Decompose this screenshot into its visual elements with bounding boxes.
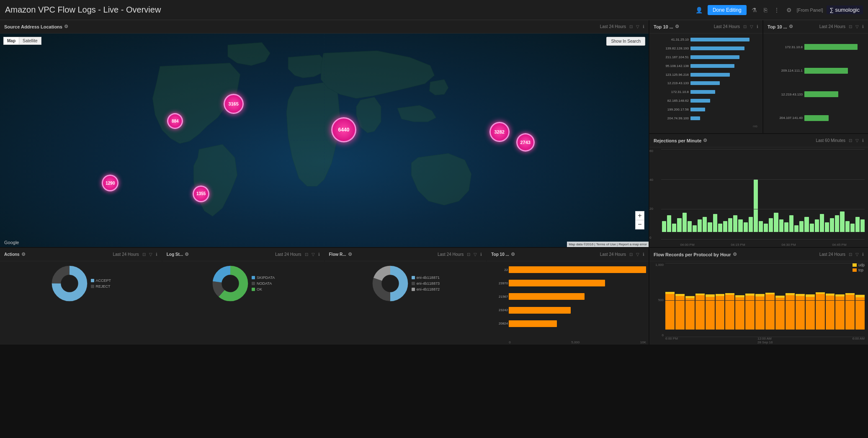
t2-gear[interactable]: ⚙: [789, 24, 793, 29]
actions-sub-gear[interactable]: ⚙: [21, 252, 26, 257]
t2-filter[interactable]: ▽: [855, 24, 859, 29]
rej-info[interactable]: ℹ: [862, 138, 864, 143]
map-tab-group: Map Satellite: [3, 37, 41, 45]
user-icon[interactable]: 👤: [694, 6, 704, 14]
map-panel-main: Source Address Locations ⚙ Last 24 Hours…: [0, 20, 649, 247]
cluster-1290[interactable]: 1290: [102, 175, 118, 191]
actions-donut-wrap: ACCEPT REJECT: [0, 261, 162, 306]
cluster-3282[interactable]: 3282: [489, 122, 510, 142]
flowhour-info[interactable]: ℹ: [862, 252, 864, 257]
t1-bar-row: 139.82.128.193: [651, 46, 759, 51]
rej-gear[interactable]: ⚙: [703, 138, 707, 143]
actions-sub-export[interactable]: ⊡: [142, 252, 146, 257]
actions-legend-sub: ACCEPT REJECT: [91, 278, 111, 289]
t2-bar-row: 12.219.43.133: [765, 90, 865, 98]
rej-bar: [850, 224, 855, 232]
rej-filter[interactable]: ▽: [855, 138, 859, 143]
rej-y-labels: 60 40 20 0: [649, 149, 653, 240]
cluster-1355[interactable]: 1355: [193, 186, 209, 202]
log-donut-wrap: SKIPDATA NODATA OK: [162, 261, 324, 306]
svg-point-15: [61, 275, 78, 292]
zoom-in[interactable]: +: [635, 211, 644, 220]
flowdonut-wrap: eni-4b118871 eni-4b118873 eni-4b118872: [325, 261, 487, 306]
t2-bar-row: 209.114.111.1: [765, 67, 865, 75]
t1-export[interactable]: ⊡: [743, 24, 747, 29]
t2-export[interactable]: ⊡: [849, 24, 852, 29]
top10-1-panel: Top 10 ... ⚙ Last 24 Hours ⊡ ▽ ℹ 41.31.2…: [649, 20, 762, 133]
flowhour-x-labels: 6:00 PM 12:00 AM 28 Sep 16 6:00 AM: [665, 337, 865, 344]
svg-point-23: [382, 275, 399, 292]
flowdonut-sub-gear[interactable]: ⚙: [348, 252, 352, 257]
t1-info[interactable]: ℹ: [757, 24, 758, 29]
t1-bar-row: 199.200.17.56: [651, 107, 759, 112]
port-bar-row: 20824: [509, 319, 646, 328]
top10port-sub-export[interactable]: ⊡: [629, 252, 633, 257]
port-bar-row: 23242: [509, 306, 646, 315]
rej-chart: 60 40 20 0 04:00 PM 04:15 PM 04:30 PM 04…: [649, 147, 868, 247]
rej-bar: [815, 219, 819, 232]
rej-bar: [769, 218, 773, 232]
log-sub-gear[interactable]: ⚙: [185, 252, 189, 257]
map-main-filter[interactable]: ▽: [636, 24, 639, 29]
t1-bar-row: 172.31.10.8: [651, 89, 759, 95]
flowhour-y-labels: 1,000 500 0: [649, 263, 665, 337]
map-main-export[interactable]: ⊡: [629, 24, 633, 29]
cluster-3165[interactable]: 3165: [224, 94, 244, 114]
flowdonut-sub-info[interactable]: ℹ: [480, 252, 482, 257]
top10port-sub-panel: Top 10 ... ⚙ Last 24 Hours ⊡ ▽ ℹ 2223970…: [487, 248, 649, 345]
settings-icon[interactable]: ⚙: [785, 6, 793, 14]
t1-bar-row: 211.167.104.51: [651, 54, 759, 60]
top10port-sub-gear[interactable]: ⚙: [511, 252, 515, 257]
show-in-search-btn[interactable]: Show In Search: [606, 37, 645, 46]
map-main-info[interactable]: ℹ: [643, 24, 644, 29]
rej-bar: [820, 214, 824, 232]
flowhour-export[interactable]: ⊡: [849, 252, 852, 257]
flowdonut-sub-export[interactable]: ⊡: [467, 252, 470, 257]
top10port-sub-filter[interactable]: ▽: [636, 252, 639, 257]
t1-title: Top 10 ...: [654, 24, 673, 29]
flowdonut-sub-filter[interactable]: ▽: [474, 252, 477, 257]
map-content: Map Satellite Show In Search 884 3165 64…: [0, 33, 649, 247]
filter-icon[interactable]: ⚗: [750, 6, 759, 14]
port-bar-row: 22: [509, 265, 646, 274]
rej-export[interactable]: ⊡: [849, 138, 852, 143]
rej-bar: [703, 217, 707, 232]
rej-bar: [759, 221, 763, 232]
log-sub-info[interactable]: ℹ: [318, 252, 320, 257]
cluster-884[interactable]: 884: [167, 113, 183, 129]
t1-filter[interactable]: ▽: [750, 24, 753, 29]
log-sub-filter[interactable]: ▽: [312, 252, 315, 257]
flowhour-filter[interactable]: ▽: [855, 252, 859, 257]
map-main-gear[interactable]: ⚙: [64, 24, 68, 29]
log-sub-export[interactable]: ⊡: [305, 252, 308, 257]
cluster-2743[interactable]: 2743: [516, 133, 535, 152]
actions-sub-info[interactable]: ℹ: [156, 252, 157, 257]
top10port-sub-info[interactable]: ℹ: [643, 252, 644, 257]
rej-bar: [713, 214, 717, 232]
t1-gear[interactable]: ⚙: [675, 24, 679, 29]
rej-bar: [723, 221, 727, 232]
t2-info[interactable]: ℹ: [862, 24, 864, 29]
rej-bar: [749, 217, 753, 232]
rej-bar: [860, 219, 865, 232]
flowhour-chart: udp tcp 1,000 500 0: [649, 261, 868, 345]
zoom-out[interactable]: −: [635, 220, 644, 229]
actions-donut: [51, 265, 88, 302]
map-tab-map-btn[interactable]: Map: [3, 37, 19, 45]
rej-bars: [662, 149, 865, 232]
rejections-panel: Rejections per Minute ⚙ Last 60 Minutes …: [649, 134, 868, 247]
actions-sub-filter[interactable]: ▽: [149, 252, 152, 257]
rej-bar: [662, 221, 666, 232]
map-tab-satellite-btn[interactable]: Satellite: [19, 37, 41, 45]
cluster-6440[interactable]: 6440: [331, 117, 356, 142]
share-icon[interactable]: ⎘: [762, 6, 769, 14]
port-bars-container: 2223970215672324220824: [509, 263, 646, 330]
layout-root: Source Address Locations ⚙ Last 24 Hours…: [0, 20, 868, 438]
map-svg: [0, 33, 649, 247]
top10port-chart: 2223970215672324220824 0 5,000 10K: [487, 261, 649, 345]
flowhour-gear[interactable]: ⚙: [733, 252, 737, 257]
t1-bar-row: 204.74.99.100: [651, 116, 759, 121]
rej-bar: [855, 217, 860, 232]
done-editing-button[interactable]: Done Editing: [708, 5, 747, 15]
more-icon[interactable]: ⋮: [772, 6, 781, 14]
